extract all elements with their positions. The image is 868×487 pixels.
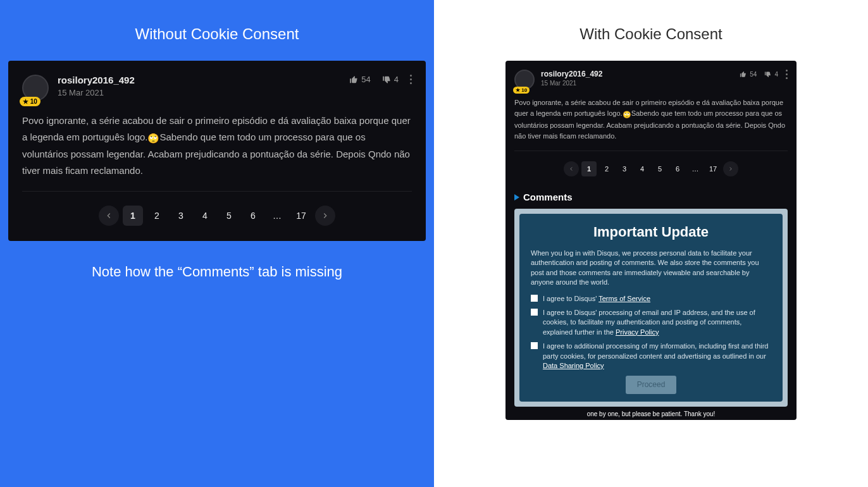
vote-controls: 54 4 xyxy=(349,75,412,84)
upvote-count: 54 xyxy=(750,71,757,78)
downvote-button[interactable]: 4 xyxy=(382,75,399,84)
comment-meta: rosilory2016_492 15 Mar 2021 xyxy=(58,75,349,97)
pager-page-5[interactable]: 5 xyxy=(652,161,667,176)
pager-page-2[interactable]: 2 xyxy=(599,161,614,176)
consent-text-tos: I agree to Disqus' Terms of Service xyxy=(543,294,650,304)
footer-message: one by one, but please be patient. Thank… xyxy=(514,407,788,420)
divider xyxy=(514,151,788,151)
user-badge: ★ 10 xyxy=(20,97,40,106)
checkbox-data-sharing[interactable] xyxy=(531,342,538,349)
consent-title: Important Update xyxy=(531,223,771,242)
chevron-right-icon xyxy=(321,211,330,220)
comments-label: Comments xyxy=(523,192,573,202)
divider xyxy=(22,191,412,192)
comment-date: 15 Mar 2021 xyxy=(541,80,740,87)
avatar[interactable]: ★ 10 xyxy=(514,70,535,90)
thumbs-down-icon xyxy=(382,75,391,84)
thumbs-up-icon xyxy=(349,75,358,84)
pager-page-last[interactable]: 17 xyxy=(291,206,311,226)
consent-row-tos: I agree to Disqus' Terms of Service xyxy=(531,294,771,304)
pager-page-5[interactable]: 5 xyxy=(219,206,239,226)
chevron-right-icon xyxy=(728,166,734,172)
pager-page-1[interactable]: 1 xyxy=(123,206,143,226)
consent-row-privacy: I agree to Disqus' processing of email a… xyxy=(531,308,771,337)
downvote-count: 4 xyxy=(774,71,778,78)
pager-page-4[interactable]: 4 xyxy=(195,206,215,226)
comments-toggle[interactable]: Comments xyxy=(514,192,788,202)
pager-page-3[interactable]: 3 xyxy=(171,206,191,226)
pager-page-3[interactable]: 3 xyxy=(617,161,632,176)
upvote-button[interactable]: 54 xyxy=(740,71,757,78)
checkbox-privacy[interactable] xyxy=(531,309,538,316)
pager-page-2[interactable]: 2 xyxy=(147,206,167,226)
proceed-container: Proceed xyxy=(531,376,771,394)
chevron-left-icon xyxy=(568,166,574,172)
comment-body: Povo ignorante, a série acabou de sair o… xyxy=(514,97,788,142)
downvote-count: 4 xyxy=(394,75,399,84)
note-text: Note how the “Comments” tab is missing xyxy=(92,264,342,280)
more-options-button[interactable] xyxy=(786,70,788,79)
vote-controls: 54 4 xyxy=(740,70,788,79)
checkbox-tos[interactable] xyxy=(531,295,538,302)
comment-header: ★ 10 rosilory2016_492 15 Mar 2021 54 4 xyxy=(22,75,412,101)
pager-ellipsis: … xyxy=(267,206,287,226)
pagination: 1 2 3 4 5 6 … 17 xyxy=(22,206,412,230)
consent-container: Important Update When you log in with Di… xyxy=(514,209,788,407)
consent-dialog: Important Update When you log in with Di… xyxy=(519,214,783,402)
pager-ellipsis: … xyxy=(688,161,703,176)
consent-text-1a: I agree to Disqus' xyxy=(543,295,598,302)
link-privacy-policy[interactable]: Privacy Policy xyxy=(616,328,659,336)
comment-card-left: ★ 10 rosilory2016_492 15 Mar 2021 54 4 P… xyxy=(8,61,426,241)
pager-page-last[interactable]: 17 xyxy=(705,161,721,176)
pager-page-6[interactable]: 6 xyxy=(243,206,263,226)
consent-intro: When you log in with Disqus, we process … xyxy=(531,249,771,288)
chevron-left-icon xyxy=(104,211,113,220)
comment-card-right: ★ 10 rosilory2016_492 15 Mar 2021 54 4 P… xyxy=(505,61,797,420)
panel-with-consent: With Cookie Consent ★ 10 rosilory2016_49… xyxy=(434,0,868,487)
comment-header: ★ 10 rosilory2016_492 15 Mar 2021 54 4 xyxy=(514,70,788,90)
pager-page-1[interactable]: 1 xyxy=(581,161,597,176)
upvote-count: 54 xyxy=(361,75,370,84)
link-terms-of-service[interactable]: Terms of Service xyxy=(598,295,650,302)
consent-text-3a: I agree to additional processing of my i… xyxy=(543,342,768,359)
emoji-eyeroll-icon: 🙄 xyxy=(147,130,159,147)
pager-next-button[interactable] xyxy=(723,161,738,176)
pager-next-button[interactable] xyxy=(315,206,335,226)
comment-meta: rosilory2016_492 15 Mar 2021 xyxy=(541,70,740,87)
link-data-sharing-policy[interactable]: Data Sharing Policy xyxy=(543,362,604,369)
upvote-button[interactable]: 54 xyxy=(349,75,370,84)
consent-text-privacy: I agree to Disqus' processing of email a… xyxy=(543,308,771,337)
pager-page-6[interactable]: 6 xyxy=(670,161,685,176)
heading-left: Without Cookie Consent xyxy=(135,25,299,43)
more-options-button[interactable] xyxy=(410,75,412,84)
pager-page-4[interactable]: 4 xyxy=(635,161,650,176)
consent-text-data-sharing: I agree to additional processing of my i… xyxy=(543,342,771,371)
user-badge: ★ 10 xyxy=(513,87,530,94)
disclosure-triangle-icon xyxy=(514,194,519,200)
username[interactable]: rosilory2016_492 xyxy=(58,75,349,85)
emoji-eyeroll-icon: 🙄 xyxy=(623,109,631,120)
pager-prev-button[interactable] xyxy=(99,206,119,226)
consent-row-data-sharing: I agree to additional processing of my i… xyxy=(531,342,771,371)
comment-body: Povo ignorante, a série acabou de sair o… xyxy=(22,113,412,178)
thumbs-up-icon xyxy=(740,71,747,78)
proceed-button[interactable]: Proceed xyxy=(626,376,677,394)
thumbs-down-icon xyxy=(764,71,771,78)
pagination: 1 2 3 4 5 6 … 17 xyxy=(514,161,788,180)
comment-date: 15 Mar 2021 xyxy=(58,88,349,97)
username[interactable]: rosilory2016_492 xyxy=(541,70,740,78)
pager-prev-button[interactable] xyxy=(564,161,579,176)
downvote-button[interactable]: 4 xyxy=(764,71,778,78)
panel-without-consent: Without Cookie Consent ★ 10 rosilory2016… xyxy=(0,0,434,487)
avatar[interactable]: ★ 10 xyxy=(22,75,49,101)
heading-right: With Cookie Consent xyxy=(580,25,722,43)
